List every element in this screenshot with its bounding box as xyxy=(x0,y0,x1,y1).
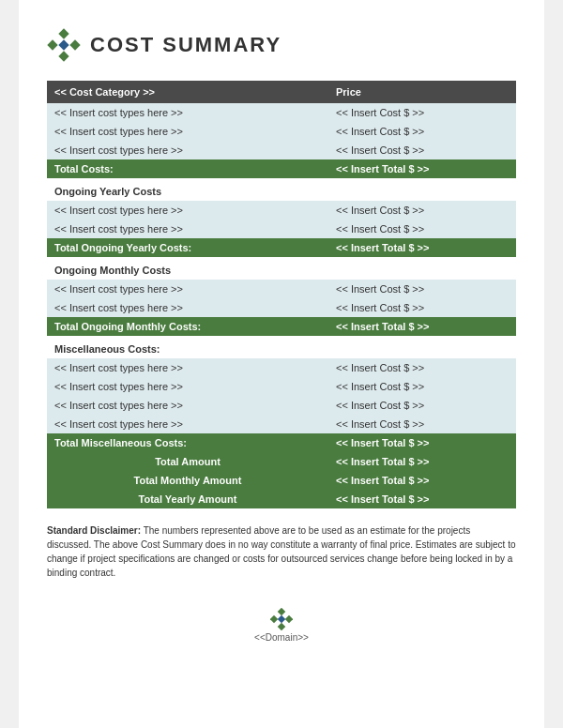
summary-label: Total Yearly Amount xyxy=(47,490,328,508)
table-row: << Insert cost types here >><< Insert Co… xyxy=(47,358,516,377)
row-category: << Insert cost types here >> xyxy=(47,141,328,159)
row-category: << Insert cost types here >> xyxy=(47,122,328,141)
total-row: Total Ongoing Monthly Costs:<< Insert To… xyxy=(47,317,516,336)
svg-rect-5 xyxy=(278,608,285,615)
row-category: << Insert cost types here >> xyxy=(47,298,328,317)
section-header-row: Miscellaneous Costs: xyxy=(47,336,516,358)
row-price: << Insert Cost $ >> xyxy=(328,141,516,159)
section-header-label: Miscellaneous Costs: xyxy=(47,336,516,358)
svg-rect-7 xyxy=(270,615,278,623)
cost-table: << Cost Category >> Price << Insert cost… xyxy=(47,81,516,508)
summary-row: Total Yearly Amount<< Insert Total $ >> xyxy=(47,490,516,508)
summary-label: Total Amount xyxy=(47,452,328,471)
table-row: << Insert cost types here >><< Insert Co… xyxy=(47,377,516,396)
row-price: << Insert Cost $ >> xyxy=(328,396,516,415)
total-label: Total Ongoing Monthly Costs: xyxy=(47,317,328,336)
footer-logo-icon xyxy=(270,608,293,630)
row-price: << Insert Cost $ >> xyxy=(328,298,516,317)
row-price: << Insert Cost $ >> xyxy=(328,103,516,122)
row-category: << Insert cost types here >> xyxy=(47,415,328,433)
row-category: << Insert cost types here >> xyxy=(47,220,328,238)
table-row: << Insert cost types here >><< Insert Co… xyxy=(47,220,516,238)
header-category: << Cost Category >> xyxy=(47,81,328,103)
row-category: << Insert cost types here >> xyxy=(47,201,328,220)
footer-label: <<Domain>> xyxy=(254,632,309,643)
total-price: << Insert Total $ >> xyxy=(328,433,516,452)
total-label: Total Miscellaneous Costs: xyxy=(47,433,328,452)
summary-price: << Insert Total $ >> xyxy=(328,490,516,508)
summary-price: << Insert Total $ >> xyxy=(328,471,516,490)
svg-rect-0 xyxy=(58,28,68,38)
svg-rect-3 xyxy=(69,39,80,50)
total-row: Total Miscellaneous Costs:<< Insert Tota… xyxy=(47,433,516,452)
summary-price: << Insert Total $ >> xyxy=(328,452,516,471)
total-price: << Insert Total $ >> xyxy=(328,159,516,178)
section-header-row: Ongoing Monthly Costs xyxy=(47,257,516,280)
row-category: << Insert cost types here >> xyxy=(47,358,328,377)
section-header-row: Ongoing Yearly Costs xyxy=(47,178,516,201)
svg-rect-9 xyxy=(278,623,285,630)
disclaimer-heading: Standard Disclaimer: xyxy=(47,525,141,536)
summary-row: Total Amount<< Insert Total $ >> xyxy=(47,452,516,471)
row-category: << Insert cost types here >> xyxy=(47,396,328,415)
row-price: << Insert Cost $ >> xyxy=(328,280,516,298)
table-row: << Insert cost types here >><< Insert Co… xyxy=(47,103,516,122)
table-header-row: << Cost Category >> Price xyxy=(47,81,516,103)
row-price: << Insert Cost $ >> xyxy=(328,220,516,238)
table-row: << Insert cost types here >><< Insert Co… xyxy=(47,141,516,159)
summary-label: Total Monthly Amount xyxy=(47,471,328,490)
row-price: << Insert Cost $ >> xyxy=(328,358,516,377)
svg-rect-1 xyxy=(58,39,68,50)
page-header: Cost Summary xyxy=(47,28,516,62)
total-row: Total Ongoing Yearly Costs:<< Insert Tot… xyxy=(47,238,516,257)
logo-icon xyxy=(47,28,81,62)
row-category: << Insert cost types here >> xyxy=(47,280,328,298)
section-header-label: Ongoing Monthly Costs xyxy=(47,257,516,280)
svg-rect-6 xyxy=(278,615,285,623)
table-row: << Insert cost types here >><< Insert Co… xyxy=(47,298,516,317)
row-category: << Insert cost types here >> xyxy=(47,377,328,396)
disclaimer-text: Standard Disclaimer: The numbers represe… xyxy=(47,523,516,580)
row-price: << Insert Cost $ >> xyxy=(328,201,516,220)
table-row: << Insert cost types here >><< Insert Co… xyxy=(47,122,516,141)
total-label: Total Costs: xyxy=(47,159,328,178)
table-row: << Insert cost types here >><< Insert Co… xyxy=(47,201,516,220)
svg-rect-4 xyxy=(58,51,68,61)
row-category: << Insert cost types here >> xyxy=(47,103,328,122)
table-row: << Insert cost types here >><< Insert Co… xyxy=(47,280,516,298)
table-row: << Insert cost types here >><< Insert Co… xyxy=(47,396,516,415)
svg-rect-2 xyxy=(47,39,57,50)
row-price: << Insert Cost $ >> xyxy=(328,415,516,433)
header-price: Price xyxy=(328,81,516,103)
page-title: Cost Summary xyxy=(90,33,282,57)
summary-row: Total Monthly Amount<< Insert Total $ >> xyxy=(47,471,516,490)
row-price: << Insert Cost $ >> xyxy=(328,122,516,141)
row-price: << Insert Cost $ >> xyxy=(328,377,516,396)
page-footer: <<Domain>> xyxy=(47,608,516,643)
total-label: Total Ongoing Yearly Costs: xyxy=(47,238,328,257)
page: Cost Summary << Cost Category >> Price <… xyxy=(19,0,544,728)
table-row: << Insert cost types here >><< Insert Co… xyxy=(47,415,516,433)
total-price: << Insert Total $ >> xyxy=(328,317,516,336)
section-header-label: Ongoing Yearly Costs xyxy=(47,178,516,201)
total-price: << Insert Total $ >> xyxy=(328,238,516,257)
total-row: Total Costs:<< Insert Total $ >> xyxy=(47,159,516,178)
svg-rect-8 xyxy=(285,615,293,623)
